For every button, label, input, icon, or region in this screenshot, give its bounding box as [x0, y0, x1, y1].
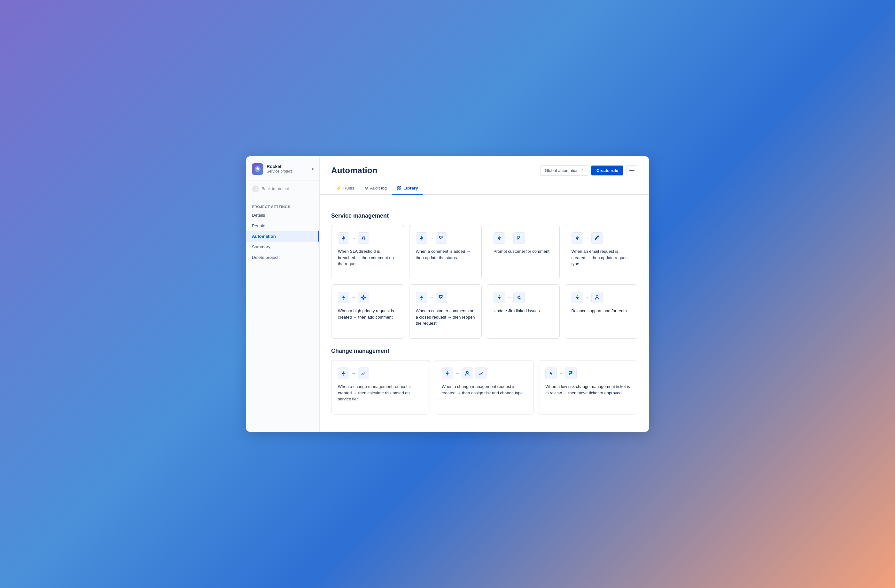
card-prompt-customer[interactable]: → Prompt customer for comment [487, 225, 560, 279]
card-label: When a customer comments on a closed req… [416, 308, 475, 327]
svg-rect-3 [397, 189, 399, 190]
card-label: When a high priority request is created … [338, 308, 397, 320]
change-management-section: Change management → When a change [331, 348, 637, 414]
page-title: Automation [331, 165, 377, 176]
project-type: Service project [267, 169, 308, 174]
content-area: Service management → Wh [320, 195, 649, 432]
change-management-title: Change management [331, 348, 637, 355]
sidebar-item-summary[interactable]: Summary [246, 242, 319, 252]
tab-audit-log[interactable]: ⊙ Audit log [360, 182, 392, 195]
card-change-assign[interactable]: → When a change management request is cr… [435, 360, 534, 414]
sidebar-item-people[interactable]: People [246, 220, 319, 231]
arrow-icon: → [455, 371, 460, 376]
sidebar: Rocket Service project ▾ ← Back to proje… [246, 156, 320, 432]
create-rule-button[interactable]: Create rule [591, 165, 623, 176]
tab-rules-label: Rules [343, 186, 355, 191]
card-icons: → [493, 292, 553, 303]
global-automation-button[interactable]: Global automation ↗ [540, 165, 589, 176]
action-icon-box [513, 292, 525, 303]
action-icon-box [591, 232, 603, 244]
card-label: Balance support load for team [572, 308, 631, 314]
card-icons: → [572, 292, 631, 303]
tab-rules[interactable]: ⚡ Rules [331, 182, 360, 195]
main-content: Automation Global automation ↗ Create ru… [320, 156, 649, 432]
trigger-icon-box [338, 368, 349, 379]
trigger-icon-box [416, 292, 427, 303]
card-change-risk[interactable]: → When a change management request is cr… [331, 360, 430, 414]
arrow-icon: → [351, 371, 356, 376]
card-icons: → [338, 368, 423, 379]
trigger-icon-box [338, 292, 349, 303]
arrow-icon: → [559, 371, 563, 376]
arrow-icon: → [585, 295, 589, 300]
action-icon-box [436, 232, 447, 244]
svg-point-6 [363, 297, 364, 299]
card-label: Prompt customer for comment [493, 248, 553, 255]
card-icons: → [545, 368, 631, 379]
action-icon-box-1 [461, 368, 473, 379]
card-label: When a comment is added → then update th… [416, 248, 475, 261]
card-customer-closed[interactable]: → When a customer comments on a closed r… [409, 284, 482, 339]
action-icon-box [591, 292, 603, 303]
sidebar-item-delete[interactable]: Delete project [246, 252, 319, 263]
back-to-project-link[interactable]: ← Back to project [246, 181, 319, 197]
arrow-icon: → [507, 295, 511, 300]
sidebar-item-automation[interactable]: Automation [246, 231, 319, 242]
app-container: Rocket Service project ▾ ← Back to proje… [246, 156, 649, 432]
svg-point-8 [596, 296, 598, 297]
service-management-grid: → When SLA threshold is breached → then … [331, 225, 637, 339]
sidebar-project[interactable]: Rocket Service project ▾ [246, 156, 319, 181]
trigger-icon-box [416, 232, 427, 244]
tabs: ⚡ Rules ⊙ Audit log Library [320, 178, 649, 195]
card-balance-support[interactable]: → Balance support load for team [565, 284, 638, 339]
arrow-icon: → [585, 235, 589, 241]
arrow-icon: → [351, 295, 356, 300]
svg-rect-1 [397, 186, 399, 188]
card-icons: → [416, 292, 475, 303]
trigger-icon-box [338, 232, 349, 244]
library-icon [397, 186, 402, 191]
card-sla-threshold[interactable]: → When SLA threshold is breached → then … [331, 225, 404, 279]
card-label: When SLA threshold is breached → then co… [338, 248, 397, 267]
arrow-icon: → [429, 235, 434, 241]
card-comment-added[interactable]: → When a comment is added → then update … [409, 225, 482, 279]
action-icon-box-2 [475, 368, 487, 379]
chevron-down-icon: ▾ [312, 167, 314, 171]
card-icons: → [338, 232, 397, 244]
trigger-icon-box [493, 232, 505, 244]
global-automation-label: Global automation [545, 168, 579, 173]
more-options-button[interactable]: ••• [626, 165, 637, 176]
card-email-request[interactable]: → When an email request is created → the… [565, 225, 638, 279]
card-label: When an email request is created → then … [572, 248, 631, 267]
rules-icon: ⚡ [336, 186, 341, 191]
tab-audit-log-label: Audit log [370, 186, 387, 191]
tab-library[interactable]: Library [392, 182, 423, 195]
trigger-icon-box [545, 368, 557, 379]
project-info: Rocket Service project [267, 164, 308, 174]
card-low-risk-change[interactable]: → When a low risk change management tick… [539, 360, 637, 414]
svg-point-9 [466, 371, 468, 373]
sidebar-item-details[interactable]: Details [246, 210, 319, 220]
arrow-icon: → [429, 295, 434, 300]
project-name: Rocket [267, 164, 308, 169]
arrow-icon: → [507, 235, 511, 241]
arrow-icon: → [351, 235, 356, 241]
trigger-icon-box [572, 232, 583, 244]
card-label: When a change management request is crea… [442, 383, 527, 396]
card-icons: → [442, 368, 527, 379]
back-label: Back to project [261, 186, 289, 191]
card-label: Update Jira linked issues [493, 308, 553, 314]
card-update-jira[interactable]: → Update Jira linked issues [487, 284, 560, 339]
action-icon-box [358, 368, 369, 379]
sidebar-nav: Project settings DetailsPeopleAutomation… [246, 197, 319, 432]
project-avatar [252, 163, 263, 175]
card-high-priority[interactable]: → When a high priority request is create… [331, 284, 404, 339]
action-icon-box [513, 232, 525, 244]
back-icon: ← [252, 185, 259, 192]
card-icons: → [572, 232, 631, 244]
audit-log-icon: ⊙ [365, 186, 368, 191]
card-icons: → [493, 232, 553, 244]
external-link-icon: ↗ [581, 168, 583, 173]
service-management-title: Service management [331, 212, 637, 219]
service-management-section: Service management → Wh [331, 212, 637, 339]
